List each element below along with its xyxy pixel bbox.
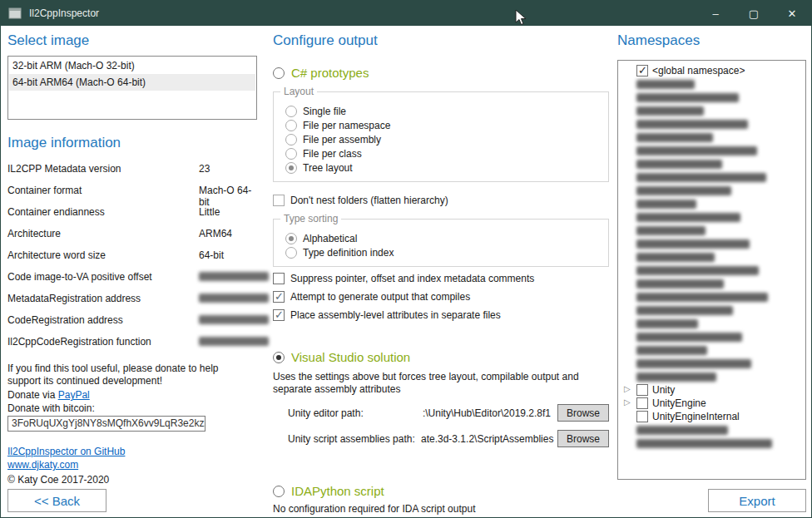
expander-icon[interactable]: ▷ [624,384,631,393]
checkbox-separate-assembly-attributes[interactable]: Place assembly-level attributes in separ… [273,308,609,322]
close-button[interactable]: ✕ [773,1,811,26]
namespace-row-redacted[interactable] [621,144,804,157]
back-button[interactable]: << Back [7,489,106,512]
radio-alphabetical[interactable]: Alphabetical [285,231,600,245]
namespace-row-redacted[interactable] [621,224,804,237]
export-button[interactable]: Export [708,489,806,512]
namespace-row-unity[interactable]: ▷ Unity [621,383,804,397]
namespace-row-redacted[interactable] [621,370,804,383]
info-key: IL2CPP Metadata version [7,163,199,175]
checkbox-suppress-metadata-comments[interactable]: Suppress pointer, offset and index metad… [273,271,609,285]
namespace-row-redacted[interactable] [621,197,804,210]
browse-editor-path-button[interactable]: Browse [557,404,609,422]
radio-icon [273,352,285,363]
radio-file-per-class[interactable]: File per class [285,146,600,160]
radio-label: File per namespace [303,120,390,131]
namespace-row-redacted[interactable] [621,423,804,437]
redacted-value [199,294,269,303]
radio-file-per-assembly[interactable]: File per assembly [285,132,600,146]
maximize-button[interactable]: ▢ [735,1,773,26]
redacted-text [636,306,733,315]
left-panel: Select image 32-bit ARM (Mach-O 32-bit) … [7,32,257,512]
radio-single-file[interactable]: Single file [285,104,600,118]
list-item-image-32bit[interactable]: 32-bit ARM (Mach-O 32-bit) [9,57,255,74]
mouse-cursor [515,9,527,28]
checkbox-generate-compilable-output[interactable]: Attempt to generate output that compiles [273,289,609,303]
checkbox-icon[interactable] [636,397,648,409]
namespace-row-global[interactable]: <global namespace> [621,64,804,77]
radio-icon [285,148,297,160]
radio-label: File per class [303,148,362,160]
info-key: Container endianness [7,206,199,218]
namespace-label: UnityEngine [652,397,706,409]
info-row: IL2CPP Metadata version23 [7,163,257,185]
namespace-row-redacted[interactable] [621,77,804,91]
vs-solution-description: Uses the settings above but forces tree … [273,371,602,396]
expander-icon[interactable]: ▷ [624,397,631,407]
namespace-row-redacted[interactable] [621,264,804,277]
namespace-row-redacted[interactable] [621,250,804,264]
checkbox-icon[interactable] [636,384,648,396]
bitcoin-address-field[interactable]: 3FoRUqUXgYj8NY8sMQfhX6vv9LqR3e2kzz [7,416,205,432]
redacted-value [199,272,269,281]
namespace-row-redacted[interactable] [621,91,804,104]
configure-output-panel: Configure output C# prototypes Layout Si… [273,32,609,512]
namespace-row-redacted[interactable] [621,277,804,290]
namespace-row-redacted[interactable] [621,210,804,224]
radio-type-definition-index[interactable]: Type definition index [285,245,600,259]
list-item-image-64bit[interactable]: 64-bit ARM64 (Mach-O 64-bit) [9,74,255,91]
namespace-row-redacted[interactable] [621,437,804,450]
checkbox-label: Don't nest folders (flatten hierarchy) [290,195,448,206]
namespace-row-redacted[interactable] [621,157,804,170]
namespace-row-redacted[interactable] [621,303,804,317]
unity-script-assemblies-value[interactable]: ate.3d-3.1.2\ScriptAssemblies [421,433,557,445]
minimize-button[interactable]: – [696,1,735,26]
redacted-text [636,173,766,182]
radio-tree-layout[interactable]: Tree layout [285,160,600,175]
namespace-row-redacted[interactable] [621,104,804,117]
unity-editor-path-value[interactable]: :\Unity\Hub\Editor\2019.2.8f1 [421,407,557,419]
namespace-row-redacted[interactable] [621,184,804,197]
info-value-redacted [199,293,269,305]
radio-label: C# prototypes [291,66,369,80]
namespace-row-redacted[interactable] [621,330,804,343]
info-value: 23 [199,163,257,175]
radio-idapython-script[interactable]: IDAPython script [273,484,609,498]
checkbox-icon[interactable] [636,411,648,422]
namespace-row-redacted[interactable] [621,237,804,250]
donate-via-prefix: Donate via [7,389,58,401]
github-link[interactable]: Il2CppInspector on GitHub [7,446,125,457]
paypal-link[interactable]: PayPal [58,389,90,401]
redacted-text [636,146,757,155]
checkbox-flatten-hierarchy[interactable]: Don't nest folders (flatten hierarchy) [273,193,609,207]
checkbox-icon[interactable] [636,65,648,76]
redacted-text [636,133,713,142]
namespace-tree[interactable]: <global namespace> ▷ Unity ▷ UnityEngine… [617,60,806,480]
unity-editor-path-label: Unity editor path: [288,407,421,419]
layout-group-label: Layout [280,86,317,97]
website-link[interactable]: www.djkaty.com [7,459,78,471]
app-window: Il2CppInspector – ▢ ✕ Select image 32-bi… [0,0,812,518]
namespace-row-redacted[interactable] [621,357,804,370]
namespace-row-unityengineinternal[interactable]: UnityEngineInternal [621,410,804,423]
radio-icon [285,106,297,117]
namespace-row-redacted[interactable] [621,117,804,131]
namespace-row-unityengine[interactable]: ▷ UnityEngine [621,397,804,410]
radio-file-per-namespace[interactable]: File per namespace [285,118,600,132]
browse-script-assemblies-button[interactable]: Browse [557,430,609,447]
radio-icon [285,247,297,259]
redacted-text [636,239,750,249]
checkbox-icon [273,273,285,284]
redacted-text [636,279,724,289]
radio-label: IDAPython script [291,484,384,498]
image-listbox[interactable]: 32-bit ARM (Mach-O 32-bit) 64-bit ARM64 … [7,56,257,120]
radio-csharp-prototypes[interactable]: C# prototypes [273,66,609,80]
namespace-row-redacted[interactable] [621,343,804,357]
namespace-row-redacted[interactable] [621,170,804,184]
namespace-row-redacted[interactable] [621,317,804,330]
namespace-row-redacted[interactable] [621,290,804,303]
type-sorting-group-label: Type sorting [280,213,341,224]
namespace-row-redacted[interactable] [621,131,804,144]
ida-description: No configuration required for IDA script… [273,503,609,515]
radio-visual-studio-solution[interactable]: Visual Studio solution [273,350,609,364]
